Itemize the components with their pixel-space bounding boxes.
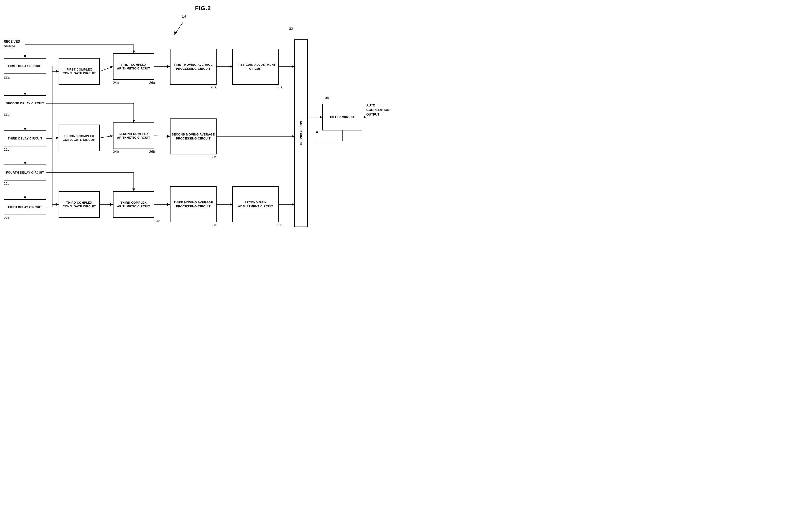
ref-14-label: 14 (182, 14, 186, 18)
label-22d: 22d (4, 182, 10, 186)
second-arith-box: SECOND COMPLEX ARITHMETIC CIRCUIT (113, 123, 154, 149)
svg-marker-19 (56, 137, 58, 139)
figure-title: FIG.2 (195, 5, 211, 12)
diagram: FIG.2 14 RECEIVEDSIGNAL FIRST DELAY CIRC… (0, 0, 406, 252)
label-26b: 26b (149, 150, 155, 154)
third-delay-box: THIRD DELAY CIRCUIT (4, 131, 46, 146)
label-28c: 28c (211, 223, 216, 227)
svg-marker-3 (24, 93, 26, 95)
second-gain-box: SECOND GAIN ADJUSTMENT CIRCUIT (232, 186, 279, 222)
svg-marker-21 (56, 203, 58, 206)
svg-marker-26 (132, 50, 135, 53)
svg-marker-60 (316, 131, 318, 133)
label-30a: 30a (277, 85, 282, 89)
label-24b: 24b (113, 150, 119, 154)
svg-marker-52 (292, 203, 294, 206)
svg-marker-44 (230, 65, 232, 68)
second-mavg-box: SECOND MOVING AVERAGE PROCESSING CIRCUIT (170, 119, 217, 154)
svg-line-39 (154, 136, 170, 136)
autocorr-label: AUTOCORRELATIONOUTPUT (366, 103, 390, 117)
label-22b: 22b (4, 112, 10, 116)
svg-marker-5 (24, 128, 26, 131)
first-conj-box: FIRST COMPLEX CONJUGATE CIRCUIT (58, 58, 100, 85)
label-34: 34 (325, 96, 329, 100)
label-22a: 22a (4, 75, 10, 79)
label-22c: 22c (4, 148, 9, 152)
fifth-delay-box: FIFTH DELAY CIRCUIT (4, 199, 46, 215)
label-22e: 22e (4, 216, 10, 220)
label-28a: 28a (211, 85, 216, 89)
third-mavg-box: THIRD MOVING AVERAGE PROCESSING CIRCUIT (170, 186, 217, 222)
svg-marker-1 (24, 55, 26, 58)
second-conj-box: SECOND COMPLEX CONJUGATE CIRCUIT (58, 125, 100, 151)
label-26a: 26a (149, 81, 155, 85)
third-conj-box: THIRD COMPLEX CONJUGATE CIRCUIT (58, 191, 100, 218)
svg-line-61 (174, 22, 183, 35)
third-arith-box: THIRD COMPLEX ARITHMETIC CIRCUIT (113, 191, 154, 218)
svg-marker-31 (132, 120, 135, 123)
label-28b: 28b (211, 155, 216, 159)
first-arith-box: FIRST COMPLEX ARITHMETIC CIRCUIT (113, 53, 154, 80)
label-24a: 24a (113, 81, 119, 85)
filter-box: FILTER CIRCUIT (322, 104, 362, 131)
first-gain-box: FIRST GAIN ADJUSTMENT CIRCUIT (232, 49, 279, 85)
svg-marker-42 (167, 203, 170, 206)
adder-box: ADDER CIRCUIT (294, 39, 308, 227)
svg-marker-46 (292, 135, 294, 138)
second-delay-box: SECOND DELAY CIRCUIT (4, 95, 46, 111)
label-24c: 24c (154, 219, 160, 223)
svg-line-22 (100, 66, 113, 71)
svg-marker-54 (320, 116, 322, 119)
svg-marker-23 (110, 66, 113, 69)
svg-marker-33 (110, 203, 113, 206)
svg-line-27 (100, 136, 113, 138)
svg-marker-28 (110, 135, 113, 138)
svg-marker-9 (24, 196, 26, 199)
label-30b: 30b (277, 223, 282, 227)
svg-marker-38 (167, 65, 170, 68)
svg-marker-36 (132, 188, 135, 191)
fourth-delay-box: FOURTH DELAY CIRCUIT (4, 165, 46, 180)
first-mavg-box: FIRST MOVING AVERAGE PROCESSING CIRCUIT (170, 49, 217, 85)
svg-marker-48 (230, 203, 232, 206)
first-delay-box: FIRST DELAY CIRCUIT (4, 58, 46, 74)
svg-marker-17 (56, 70, 58, 73)
label-32: 32 (289, 27, 293, 31)
svg-marker-50 (292, 65, 294, 68)
svg-marker-62 (174, 31, 177, 35)
svg-marker-40 (167, 135, 170, 138)
svg-marker-56 (364, 116, 366, 119)
svg-marker-7 (24, 162, 26, 165)
received-signal-label: RECEIVEDSIGNAL (4, 39, 20, 48)
